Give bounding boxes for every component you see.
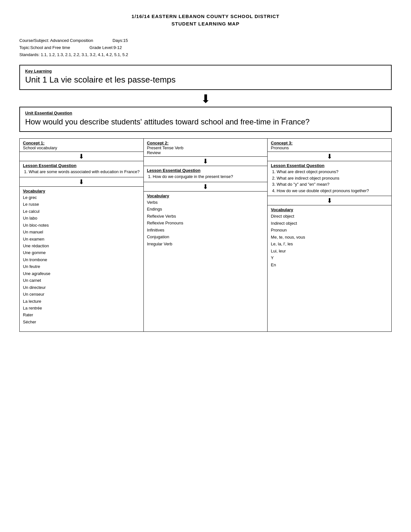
- vocab-item: Endings: [147, 206, 264, 212]
- concept1-subtitle: School vocabulary: [23, 145, 140, 150]
- vocab-item: Me, te, nous, vous: [271, 234, 388, 241]
- key-learning-title: Unit 1 La vie scolaire et les passe-temp…: [25, 75, 386, 85]
- concept-col-3: Concept 3: Pronouns ⬇ Lesson Essential Q…: [268, 138, 392, 332]
- concept3-header: Concept 3: Pronouns: [268, 139, 391, 152]
- concept3-vocab: Vocabulary Direct object Indirect object…: [268, 205, 391, 271]
- topic: Topic:School and Free time: [19, 44, 70, 51]
- concept3-subtitle: Pronouns: [271, 145, 388, 150]
- vocab-item: Conjugation: [147, 233, 264, 240]
- concept-col-1: Concept 1: School vocabulary ⬇ Lesson Es…: [19, 138, 144, 332]
- vocab-item: Un labo: [23, 215, 140, 222]
- concept1-vocab-label: Vocabulary: [23, 189, 140, 193]
- concept-col-2: Concept 2: Present Tense VerbReview ⬇ Le…: [144, 138, 268, 332]
- concept3-q4: How do we use double object pronouns tog…: [277, 188, 388, 194]
- vocab-item: En: [271, 261, 388, 268]
- vocab-item: Un manuel: [23, 229, 140, 235]
- concept3-arrow2: ⬇: [268, 196, 391, 205]
- vocab-item: Reflexive Verbs: [147, 213, 264, 220]
- concept3-q2: What are indirect object pronouns: [277, 175, 388, 182]
- vocab-item: Y: [271, 254, 388, 261]
- vocab-item: Le russe: [23, 201, 140, 208]
- vocab-item: Reflexive Pronouns: [147, 220, 264, 226]
- concept3-leq-label: Lesson Essential Question: [271, 163, 388, 168]
- header-line2: STUDENT LEARNING MAP: [19, 20, 392, 28]
- concept1-vocab: Vocabulary Le grec Le russe Le calcul Un…: [20, 187, 143, 329]
- ueq-text: How would you describe students' attitud…: [25, 117, 386, 127]
- vocab-item: Le, la, l', les: [271, 241, 388, 247]
- concept1-leq-label: Lesson Essential Question: [23, 163, 140, 168]
- concept2-vocab-list: Verbs Endings Reflexive Verbs Reflexive …: [147, 199, 264, 247]
- concept1-q1: What are some words associated with educ…: [29, 169, 140, 175]
- concept2-vocab-label: Vocabulary: [147, 193, 264, 198]
- concept1-vocab-list: Le grec Le russe Le calcul Un labo Un bl…: [23, 194, 140, 325]
- vocab-item: Un trombone: [23, 256, 140, 263]
- vocab-item: Un directeur: [23, 284, 140, 291]
- ueq-label: Unit Essential Question: [25, 111, 386, 115]
- concept1-arrow2: ⬇: [20, 177, 143, 187]
- vocab-item: Indirect object: [271, 220, 388, 227]
- concept2-header: Concept 2: Present Tense VerbReview: [144, 139, 268, 157]
- concept1-header: Concept 1: School vocabulary: [20, 139, 143, 152]
- concept2-leq-label: Lesson Essential Question: [147, 168, 264, 173]
- vocab-item: Un examen: [23, 236, 140, 242]
- concept3-title: Concept 3:: [271, 141, 388, 145]
- concept3-vocab-list: Direct object Indirect object Pronoun Me…: [271, 213, 388, 268]
- standards: Standards: 1.1, 1.2, 1.3, 2.1, 2.2, 3.1,…: [19, 52, 128, 57]
- grade-level: Grade Level:9-12: [90, 44, 122, 51]
- key-learning-box: Key Learning Unit 1 La vie scolaire et l…: [19, 65, 392, 90]
- concept1-leq: Lesson Essential Question What are some …: [20, 161, 143, 177]
- vocab-item: Le calcul: [23, 208, 140, 215]
- concept2-questions: How do we conjugate in the present tense…: [153, 173, 264, 180]
- vocab-item: Direct object: [271, 213, 388, 220]
- vocab-item: Un bloc-notes: [23, 222, 140, 229]
- vocab-item: Le grec: [23, 194, 140, 201]
- concept3-questions: What are direct object pronouns? What ar…: [277, 169, 388, 194]
- concept1-questions: What are some words associated with educ…: [29, 169, 140, 175]
- concept2-title: Concept 2:: [147, 141, 264, 145]
- arrow-down-large: ⬇: [19, 93, 392, 105]
- vocab-item: Rater: [23, 311, 140, 318]
- vocab-item: Une agrafeuse: [23, 270, 140, 277]
- concept1-title: Concept 1:: [23, 141, 140, 145]
- concept2-arrow1: ⬇: [144, 157, 268, 166]
- concept3-q1: What are direct object pronouns?: [277, 169, 388, 175]
- page-header: 1/16/14 EASTERN LEBANON COUNTY SCHOOL DI…: [19, 13, 392, 27]
- concept3-arrow1: ⬇: [268, 152, 391, 161]
- unit-essential-question-box: Unit Essential Question How would you de…: [19, 107, 392, 132]
- vocab-item: Sécher: [23, 319, 140, 325]
- header-line1: 1/16/14 EASTERN LEBANON COUNTY SCHOOL DI…: [19, 13, 392, 20]
- concept3-q3: What do "y" and "en" mean?: [277, 181, 388, 188]
- vocab-item: Lui, leur: [271, 248, 388, 254]
- vocab-item: Infinitives: [147, 227, 264, 233]
- days: Days:15: [113, 37, 128, 44]
- concepts-row: Concept 1: School vocabulary ⬇ Lesson Es…: [19, 138, 392, 332]
- vocab-item: La lecture: [23, 298, 140, 305]
- vocab-item: Verbs: [147, 199, 264, 206]
- vocab-item: Un feutre: [23, 263, 140, 270]
- vocab-item: Une rédaction: [23, 242, 140, 249]
- concept2-leq: Lesson Essential Question How do we conj…: [144, 166, 268, 182]
- vocab-item: Pronoun: [271, 227, 388, 233]
- meta-info: Course/Subject: Advanced Composition Day…: [19, 37, 392, 58]
- concept2-arrow2: ⬇: [144, 182, 268, 192]
- vocab-item: La rentrée: [23, 305, 140, 311]
- concept1-arrow1: ⬇: [20, 152, 143, 161]
- vocab-item: Irregular Verb: [147, 241, 264, 247]
- concept2-q1: How do we conjugate in the present tense…: [153, 173, 264, 180]
- vocab-item: Une gomme: [23, 249, 140, 256]
- key-learning-label: Key Learning: [25, 69, 386, 74]
- course-subject: Course/Subject: Advanced Composition: [19, 37, 93, 44]
- vocab-item: Un censeur: [23, 291, 140, 298]
- concept3-vocab-label: Vocabulary: [271, 207, 388, 212]
- concept3-leq: Lesson Essential Question What are direc…: [268, 161, 391, 196]
- concept2-subtitle: Present Tense VerbReview: [147, 145, 264, 155]
- concept2-vocab: Vocabulary Verbs Endings Reflexive Verbs…: [144, 192, 268, 251]
- vocab-item: Un carnet: [23, 277, 140, 284]
